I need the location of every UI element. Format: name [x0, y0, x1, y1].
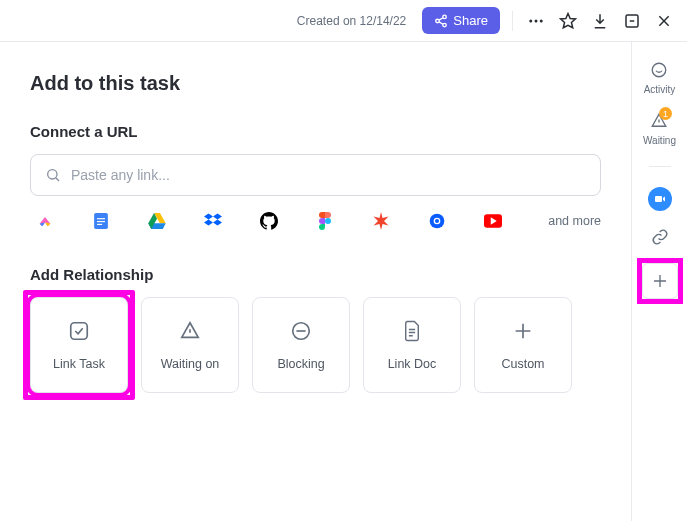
rel-label: Custom — [501, 357, 544, 371]
star-icon[interactable] — [557, 10, 579, 32]
share-button[interactable]: Share — [422, 7, 500, 34]
rail-add-button[interactable] — [642, 263, 678, 299]
link-task-icon — [67, 319, 91, 343]
page-title: Add to this task — [30, 72, 601, 95]
browser-icon[interactable] — [428, 212, 446, 230]
add-relationship-heading: Add Relationship — [30, 266, 601, 283]
rail-activity[interactable]: Activity — [644, 60, 676, 95]
svg-point-12 — [325, 218, 331, 224]
rel-card-custom[interactable]: Custom — [474, 297, 572, 393]
svg-point-4 — [535, 19, 538, 22]
top-bar: Created on 12/14/22 Share — [0, 0, 687, 42]
svg-rect-20 — [655, 196, 662, 202]
svg-point-2 — [443, 23, 447, 27]
share-icon — [434, 14, 448, 28]
close-icon[interactable] — [653, 10, 675, 32]
svg-point-7 — [48, 170, 57, 179]
created-on-text: Created on 12/14/22 — [297, 14, 406, 28]
rel-card-link-task[interactable]: Link Task — [30, 297, 128, 393]
youtube-icon[interactable] — [484, 212, 502, 230]
connect-url-heading: Connect a URL — [30, 123, 601, 140]
search-icon — [45, 167, 61, 183]
relationship-row: Link Task Waiting on Blocking Link Doc — [30, 297, 601, 393]
svg-point-0 — [443, 15, 447, 18]
svg-rect-17 — [71, 323, 88, 340]
more-icon[interactable] — [525, 10, 547, 32]
svg-point-19 — [653, 63, 667, 77]
figma-icon[interactable] — [316, 212, 334, 230]
download-icon[interactable] — [589, 10, 611, 32]
link-icon[interactable] — [650, 227, 670, 247]
url-input[interactable] — [71, 167, 586, 183]
rail-waiting-label: Waiting — [643, 135, 676, 146]
blocking-icon — [289, 319, 313, 343]
right-rail: Activity 1 Waiting — [632, 42, 687, 521]
share-label: Share — [453, 13, 488, 28]
rel-label: Link Doc — [388, 357, 437, 371]
google-docs-icon[interactable] — [92, 212, 110, 230]
source-icons-row: and more — [30, 212, 601, 230]
and-more-text[interactable]: and more — [548, 214, 601, 228]
waiting-on-icon — [178, 319, 202, 343]
svg-point-15 — [435, 219, 439, 223]
rel-label: Waiting on — [161, 357, 220, 371]
svg-rect-11 — [97, 224, 102, 225]
link-doc-icon — [400, 319, 424, 343]
rel-label: Blocking — [277, 357, 324, 371]
custom-plus-icon — [511, 319, 535, 343]
rel-card-waiting-on[interactable]: Waiting on — [141, 297, 239, 393]
waiting-badge: 1 — [659, 107, 672, 120]
expand-icon[interactable] — [621, 10, 643, 32]
main-panel: Add to this task Connect a URL — [0, 42, 632, 521]
svg-point-3 — [529, 19, 532, 22]
rel-card-link-doc[interactable]: Link Doc — [363, 297, 461, 393]
rel-label: Link Task — [53, 357, 105, 371]
rel-card-blocking[interactable]: Blocking — [252, 297, 350, 393]
divider — [512, 11, 513, 31]
google-drive-icon[interactable] — [148, 212, 166, 230]
clickup-icon[interactable] — [36, 212, 54, 230]
github-icon[interactable] — [260, 212, 278, 230]
rail-divider — [649, 166, 671, 167]
url-input-container[interactable] — [30, 154, 601, 196]
dropbox-icon[interactable] — [204, 212, 222, 230]
svg-rect-10 — [97, 221, 105, 222]
rail-waiting[interactable]: 1 Waiting — [643, 111, 676, 146]
rail-activity-label: Activity — [644, 84, 676, 95]
zoom-icon[interactable] — [648, 187, 672, 211]
svg-point-1 — [436, 19, 440, 23]
svg-point-5 — [540, 19, 543, 22]
loom-icon[interactable] — [372, 212, 390, 230]
chat-icon — [649, 60, 669, 80]
svg-rect-9 — [97, 218, 105, 219]
